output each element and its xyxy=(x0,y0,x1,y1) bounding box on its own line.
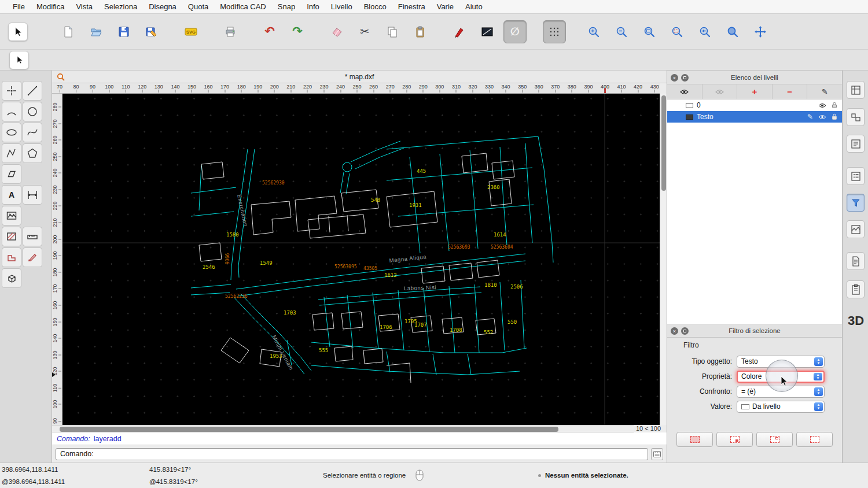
delete-button[interactable] xyxy=(325,20,348,43)
value-dropdown[interactable]: Da livello ▲▼ xyxy=(737,401,825,413)
open-file-button[interactable] xyxy=(84,20,108,43)
paste-button[interactable] xyxy=(409,20,432,43)
cut-button[interactable]: ✂ xyxy=(353,20,376,43)
pan-button[interactable] xyxy=(749,20,772,43)
menu-item-blocco[interactable]: Blocco xyxy=(358,2,392,11)
select-matching-button[interactable] xyxy=(676,432,713,447)
tool-point[interactable] xyxy=(2,81,21,101)
clear-selection-button[interactable] xyxy=(796,432,833,447)
lock-icon[interactable] xyxy=(832,102,837,109)
grid-toggle-button[interactable] xyxy=(543,20,566,43)
3d-mode-label[interactable]: 3D xyxy=(848,313,864,328)
object-type-dropdown[interactable]: Testo ▲▼ xyxy=(737,356,825,368)
close-icon[interactable]: × xyxy=(671,327,678,335)
tool-modify[interactable] xyxy=(2,247,21,267)
tool-text[interactable]: A xyxy=(2,185,21,205)
panel-toggle-clipboard[interactable] xyxy=(847,280,865,298)
panel-toggle-blocks[interactable] xyxy=(847,108,865,126)
menu-item-modifica[interactable]: Modifica xyxy=(31,2,70,11)
panel-toggle-views[interactable] xyxy=(847,220,865,238)
tool-polyline[interactable] xyxy=(2,143,21,163)
pen-attributes-button[interactable] xyxy=(448,20,471,43)
menu-item-file[interactable]: File xyxy=(7,2,31,11)
zoom-selection-button[interactable] xyxy=(665,20,689,43)
command-input[interactable]: Comando: xyxy=(56,448,648,460)
stepper-icon[interactable]: ▲▼ xyxy=(814,373,822,380)
tool-hatch-boundary[interactable] xyxy=(2,164,21,184)
document-tab[interactable]: * map.dxf xyxy=(52,71,667,83)
tool-dimension[interactable] xyxy=(23,185,42,205)
menu-item-aiuto[interactable]: Aiuto xyxy=(459,2,488,11)
tool-polygon[interactable] xyxy=(23,143,42,163)
menu-item-info[interactable]: Info xyxy=(301,2,325,11)
panel-toggle-layer-list[interactable] xyxy=(847,167,865,185)
menu-item-varie[interactable]: Varie xyxy=(431,2,459,11)
menu-item-quota[interactable]: Quota xyxy=(182,2,214,11)
comparison-dropdown[interactable]: = (è) ▲▼ xyxy=(737,386,825,398)
close-icon[interactable]: × xyxy=(671,74,678,82)
tool-hatch[interactable] xyxy=(2,227,21,246)
select-tool-button[interactable] xyxy=(8,23,28,41)
undo-button[interactable]: ↶ xyxy=(258,20,281,43)
eye-icon[interactable] xyxy=(818,114,826,120)
tool-image[interactable] xyxy=(2,206,21,225)
panel-toggle-library[interactable] xyxy=(847,135,865,153)
scrollbar-thumb[interactable] xyxy=(60,427,558,432)
property-dropdown[interactable]: Colore ▲▼ xyxy=(737,371,825,383)
panel-toggle-selection-filter[interactable] xyxy=(847,194,865,212)
scrollbar-thumb[interactable] xyxy=(661,95,666,191)
menu-item-finestra[interactable]: Finestra xyxy=(392,2,431,11)
stepper-icon[interactable]: ▲▼ xyxy=(814,402,823,411)
tool-trim[interactable] xyxy=(23,247,42,267)
save-button[interactable] xyxy=(112,20,135,43)
no-fill-button[interactable]: ∅ xyxy=(503,20,527,43)
panel-toggle-command-history[interactable] xyxy=(847,252,865,270)
zoom-window-button[interactable] xyxy=(721,20,744,43)
menu-item-seleziona[interactable]: Seleziona xyxy=(98,2,143,11)
layer-row-0[interactable]: 0 xyxy=(667,99,842,111)
panel-toggle-properties[interactable] xyxy=(847,81,865,99)
zoom-in-button[interactable] xyxy=(582,20,605,43)
tool-circle[interactable] xyxy=(23,102,42,121)
save-as-button[interactable] xyxy=(140,20,163,43)
zoom-previous-button[interactable] xyxy=(693,20,716,43)
tool-3d-box[interactable] xyxy=(2,268,21,288)
remove-layer-button[interactable]: − xyxy=(773,84,808,99)
menu-item-livello[interactable]: Livello xyxy=(325,2,358,11)
tool-arc[interactable] xyxy=(2,102,21,121)
edit-layer-button[interactable]: ✎ xyxy=(807,84,842,99)
new-file-button[interactable] xyxy=(57,20,80,43)
print-button[interactable] xyxy=(219,20,242,43)
menu-item-snap[interactable]: Snap xyxy=(272,2,301,11)
menu-item-disegna[interactable]: Disegna xyxy=(143,2,182,11)
add-layer-button[interactable]: + xyxy=(737,84,773,99)
hide-all-layers-button[interactable] xyxy=(703,84,738,99)
line-attributes-button[interactable] xyxy=(476,20,499,43)
stepper-icon[interactable]: ▲▼ xyxy=(814,387,823,396)
eye-icon[interactable] xyxy=(818,103,826,108)
add-to-selection-button[interactable] xyxy=(716,432,753,447)
zoom-auto-button[interactable] xyxy=(638,20,661,43)
tool-ellipse[interactable] xyxy=(2,123,21,142)
stepper-icon[interactable]: ▲▼ xyxy=(814,357,823,366)
detach-panel-icon[interactable] xyxy=(681,327,689,335)
redo-button[interactable]: ↷ xyxy=(286,20,309,43)
drawing-canvas[interactable]: 4452360548193116141580254615491612181025… xyxy=(62,94,660,425)
tool-spline[interactable] xyxy=(23,123,42,142)
tool-line[interactable] xyxy=(23,81,42,101)
show-all-layers-button[interactable] xyxy=(667,84,703,99)
horizontal-scrollbar[interactable] xyxy=(52,425,634,432)
detach-panel-icon[interactable] xyxy=(681,74,689,82)
menu-item-modifica-cad[interactable]: Modifica CAD xyxy=(214,2,271,11)
selection-mode-button[interactable] xyxy=(9,51,29,69)
lock-icon[interactable] xyxy=(832,113,837,120)
menu-item-vista[interactable]: Vista xyxy=(70,2,98,11)
copy-button[interactable] xyxy=(381,20,404,43)
tool-measure[interactable] xyxy=(23,227,42,246)
command-options-button[interactable] xyxy=(651,448,663,460)
svg-export-button[interactable]: SVG xyxy=(179,20,203,43)
remove-from-selection-button[interactable] xyxy=(756,432,793,447)
pencil-icon[interactable]: ✎ xyxy=(807,113,813,120)
zoom-out-button[interactable] xyxy=(610,20,633,43)
vertical-scrollbar[interactable] xyxy=(660,94,667,425)
